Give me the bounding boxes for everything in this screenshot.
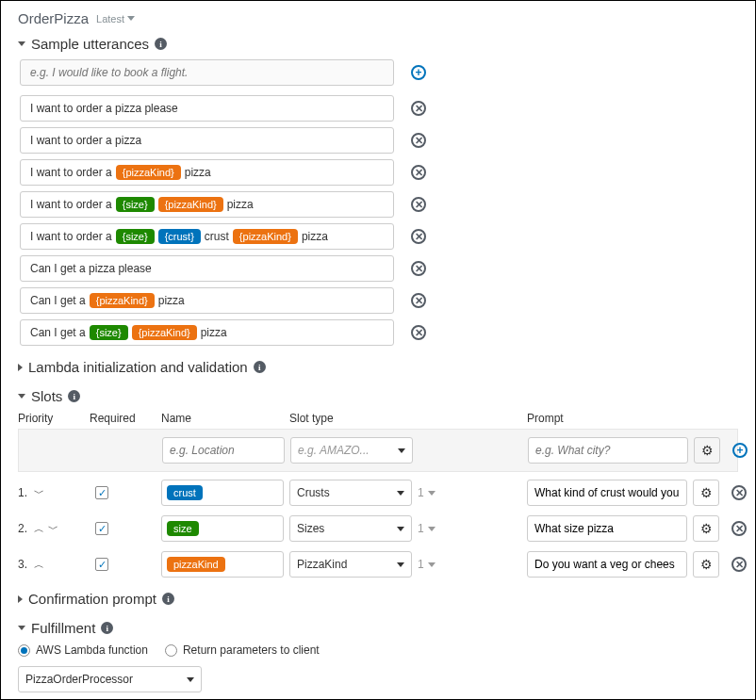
slot-tag[interactable]: {pizzaKind} — [90, 293, 155, 308]
caret-down-icon — [397, 562, 404, 567]
remove-utterance-button[interactable]: ✕ — [411, 101, 426, 116]
col-required: Required — [90, 412, 156, 425]
remove-utterance-button[interactable]: ✕ — [411, 133, 426, 148]
remove-utterance-button[interactable]: ✕ — [411, 165, 426, 180]
slot-tag[interactable]: {size} — [90, 325, 128, 340]
remove-utterance-button[interactable]: ✕ — [411, 325, 426, 340]
slot-tag[interactable]: {size} — [116, 197, 155, 212]
utterance-add-input[interactable] — [20, 59, 394, 86]
utterance-text: pizza — [201, 326, 227, 339]
gear-icon[interactable]: ⚙ — [693, 551, 719, 578]
remove-slot-button[interactable]: ✕ — [731, 521, 747, 536]
utterance-text: pizza — [158, 294, 185, 307]
priority-number: 3. — [18, 558, 27, 571]
utterance-box[interactable]: Can I get a {size}{pizzaKind} pizza — [20, 319, 394, 346]
slot-tag[interactable]: {crust} — [158, 229, 201, 244]
required-checkbox[interactable]: ✓ — [95, 522, 108, 535]
lambda-function-dropdown[interactable]: PizzaOrderProcessor — [18, 666, 202, 692]
section-toggle-confirmation[interactable]: Confirmation prompt i — [18, 591, 738, 607]
slot-tag[interactable]: {pizzaKind} — [132, 325, 197, 340]
utterance-box[interactable]: Can I get a {pizzaKind} pizza — [20, 287, 394, 314]
slot-type-value: Crusts — [297, 486, 330, 499]
slot-prompt-input[interactable] — [527, 480, 687, 506]
utterance-box[interactable]: I want to order a {size}{pizzaKind} pizz… — [20, 191, 394, 218]
slot-tag[interactable]: {size} — [116, 229, 155, 244]
add-slot-button[interactable]: + — [732, 443, 748, 458]
gear-icon[interactable]: ⚙ — [693, 515, 719, 542]
slot-prompt-input[interactable] — [527, 515, 687, 542]
utterance-box[interactable]: I want to order a pizza — [20, 127, 394, 154]
caret-down-icon — [127, 16, 135, 21]
col-prompt: Prompt — [527, 412, 687, 425]
utterance-box[interactable]: Can I get a pizza please — [20, 255, 394, 282]
slot-prompt-input[interactable] — [527, 551, 687, 578]
slot-name-input[interactable]: pizzaKind — [161, 551, 284, 578]
slot-type-dropdown[interactable]: PizzaKind — [289, 551, 412, 578]
gear-icon[interactable]: ⚙ — [694, 437, 720, 464]
section-toggle-utterances[interactable]: Sample utterances i — [18, 36, 738, 52]
slot-name-input[interactable]: crust — [161, 480, 284, 506]
info-icon[interactable]: i — [254, 361, 266, 373]
section-toggle-fulfillment[interactable]: Fulfillment i — [18, 620, 738, 636]
required-checkbox[interactable]: ✓ — [95, 558, 108, 571]
utterance-box[interactable]: I want to order a {pizzaKind} pizza — [20, 159, 394, 186]
slot-tag[interactable]: {pizzaKind} — [116, 165, 181, 180]
version-selector[interactable]: Latest — [96, 13, 135, 24]
remove-slot-button[interactable]: ✕ — [731, 485, 747, 500]
section-toggle-lambda[interactable]: Lambda initialization and validation i — [18, 359, 738, 375]
section-title-lambda: Lambda initialization and validation — [28, 359, 248, 375]
radio-lambda-label: AWS Lambda function — [36, 643, 148, 657]
info-icon[interactable]: i — [162, 593, 174, 605]
utterance-box[interactable]: I want to order a {size}{crust} crust {p… — [20, 223, 394, 250]
slot-tag[interactable]: {pizzaKind} — [158, 197, 223, 212]
priority-number: 2. — [18, 522, 27, 535]
section-title-slots: Slots — [31, 388, 62, 404]
priority-up-icon[interactable]: ︿ — [34, 524, 44, 534]
slot-name-add-input[interactable] — [162, 437, 285, 464]
section-toggle-slots[interactable]: Slots i — [18, 388, 738, 404]
radio-return[interactable] — [165, 644, 177, 657]
slot-prompt-add-input[interactable] — [528, 437, 688, 464]
info-icon[interactable]: i — [155, 38, 167, 50]
add-utterance-button[interactable]: + — [411, 65, 426, 80]
slot-name-tag: pizzaKind — [167, 557, 225, 572]
caret-open-icon — [18, 41, 25, 46]
radio-lambda[interactable] — [18, 644, 30, 657]
required-checkbox[interactable]: ✓ — [95, 486, 108, 499]
slot-name-input[interactable]: size — [161, 515, 284, 542]
slot-version-value: 1 — [418, 522, 424, 535]
utterance-text: pizza — [185, 166, 211, 179]
priority-down-icon[interactable]: ﹀ — [48, 524, 58, 534]
info-icon[interactable]: i — [101, 622, 113, 634]
info-icon[interactable]: i — [68, 390, 80, 402]
remove-utterance-button[interactable]: ✕ — [411, 197, 426, 212]
section-title-confirmation: Confirmation prompt — [28, 591, 156, 607]
section-title-utterances: Sample utterances — [31, 36, 149, 52]
slot-type-value: PizzaKind — [297, 558, 347, 571]
utterance-box[interactable]: I want to order a pizza please — [20, 95, 394, 122]
remove-utterance-button[interactable]: ✕ — [411, 229, 426, 244]
utterance-text: pizza — [302, 230, 328, 243]
remove-utterance-button[interactable]: ✕ — [411, 261, 426, 276]
caret-closed-icon — [18, 364, 23, 371]
caret-open-icon — [18, 394, 25, 399]
remove-utterance-button[interactable]: ✕ — [411, 293, 426, 308]
priority-down-icon[interactable]: ﹀ — [34, 488, 44, 498]
slot-row: 2.︿﹀✓sizeSizes1⚙✕ — [18, 515, 738, 542]
slot-tag[interactable]: {pizzaKind} — [233, 229, 298, 244]
col-slot-type: Slot type — [289, 412, 412, 425]
slot-version-value: 1 — [418, 486, 424, 499]
slot-type-add-dropdown[interactable]: e.g. AMAZO... — [290, 437, 413, 464]
slot-version-dropdown[interactable]: 1 — [418, 558, 521, 571]
caret-down-icon — [398, 448, 405, 453]
utterances-list: + I want to order a pizza please✕I want … — [20, 59, 738, 346]
slot-version-dropdown[interactable]: 1 — [418, 522, 521, 535]
priority-up-icon[interactable]: ︿ — [34, 560, 44, 570]
remove-slot-button[interactable]: ✕ — [731, 557, 747, 572]
slot-type-dropdown[interactable]: Crusts — [289, 480, 412, 506]
caret-open-icon — [18, 626, 25, 630]
slot-version-dropdown[interactable]: 1 — [418, 486, 521, 499]
slot-type-dropdown[interactable]: Sizes — [289, 515, 412, 542]
gear-icon[interactable]: ⚙ — [693, 480, 719, 506]
section-title-fulfillment: Fulfillment — [31, 620, 95, 636]
